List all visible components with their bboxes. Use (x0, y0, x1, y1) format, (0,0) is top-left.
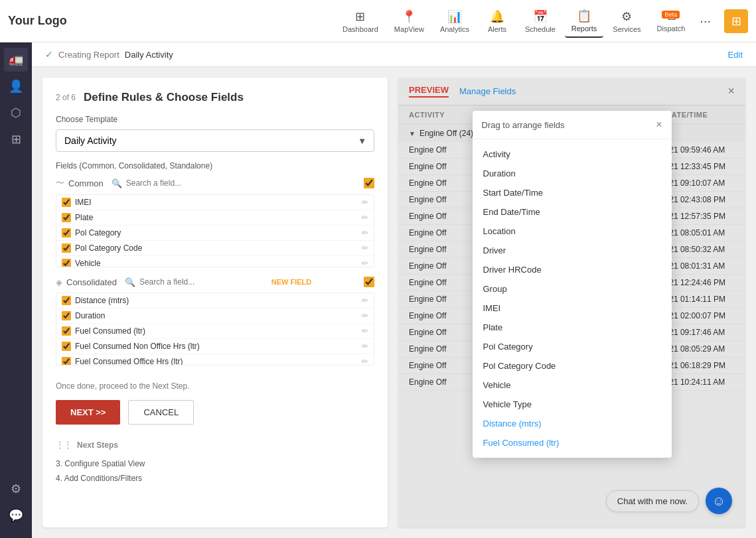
field-item-fuel-non-office: Fuel Consumed Non Office Hrs (ltr) ✏ (56, 339, 374, 354)
field-checkbox-pol-category-code[interactable] (62, 243, 71, 253)
choose-template-label: Choose Template (56, 115, 374, 124)
sidebar-item-chat[interactable]: 💬 (4, 504, 28, 527)
nav-label-dispatch: Dispatch (657, 25, 686, 33)
field-item-duration: Duration ✏ (56, 308, 374, 324)
nav-label-alerts: Alerts (488, 25, 506, 33)
field-edit-icon-fuel-office[interactable]: ✏ (362, 357, 368, 366)
cancel-button[interactable]: CANCEL (128, 400, 194, 425)
drag-field-pol-category[interactable]: Pol Category (473, 337, 672, 356)
dashboard-icon: ⊞ (355, 9, 365, 24)
field-edit-icon-imei[interactable]: ✏ (362, 198, 368, 207)
drag-field-vehicle[interactable]: Vehicle (473, 375, 672, 395)
field-label-fuel-non-office: Fuel Consumed Non Office Hrs (ltr) (75, 342, 200, 351)
drag-field-driver-hrcode[interactable]: Driver HRCode (473, 260, 672, 279)
sidebar-item-truck[interactable]: 🚛 (4, 48, 28, 72)
breadcrumb: ✓ Creating Report Daily Activity Edit (32, 42, 756, 67)
nav-item-dashboard[interactable]: ⊞ Dashboard (336, 5, 385, 37)
field-edit-icon-pol-category-code[interactable]: ✏ (362, 243, 368, 253)
logo: Your Logo (8, 14, 88, 28)
drag-field-plate[interactable]: Plate (473, 318, 672, 337)
field-checkbox-fuel-consumed[interactable] (62, 326, 71, 336)
drag-field-end-datetime[interactable]: End Date/Time (473, 202, 672, 222)
sidebar: 🚛 👤 ⬡ ⊞ ⚙ 💬 (0, 42, 32, 538)
common-fields-section: 〜 Common 🔍 IMEI ✏ (56, 177, 374, 267)
drag-field-distance[interactable]: Distance (mtrs) (473, 414, 672, 433)
drag-field-pol-category-code[interactable]: Pol Category Code (473, 356, 672, 375)
nav-item-alerts[interactable]: 🔔 Alerts (479, 5, 516, 37)
field-checkbox-plate[interactable] (62, 213, 71, 222)
field-edit-icon-vehicle[interactable]: ✏ (362, 259, 368, 267)
consolidated-search-input[interactable] (139, 277, 219, 287)
field-edit-icon-pol-category[interactable]: ✏ (362, 228, 368, 237)
nav-item-services[interactable]: ⚙ Services (606, 5, 647, 37)
nav-label-analytics: Analytics (440, 25, 469, 33)
field-item-fuel-consumed: Fuel Consumed (ltr) ✏ (56, 324, 374, 339)
sidebar-item-layers[interactable]: ⬡ (4, 101, 28, 125)
drag-field-fuel-non-office[interactable]: Fuel Consumed Non Office Hrs (ltr) (473, 452, 672, 458)
instruction-text: Once done, proceed to the Next Step. (56, 381, 374, 391)
drag-field-start-datetime[interactable]: Start Date/Time (473, 183, 672, 202)
field-checkbox-vehicle[interactable] (62, 259, 71, 267)
field-label-fuel-office: Fuel Consumed Office Hrs (ltr) (75, 357, 183, 366)
drag-field-activity[interactable]: Activity (473, 145, 672, 164)
field-edit-icon-fuel-non-office[interactable]: ✏ (362, 342, 368, 351)
field-checkbox-duration[interactable] (62, 311, 71, 320)
consolidated-section-checkbox[interactable] (364, 277, 374, 287)
nav-item-dispatch[interactable]: 🖥 Beta Dispatch (650, 5, 692, 36)
left-panel: 2 of 6 Define Rules & Choose Fields Choo… (42, 78, 388, 527)
nav-item-schedule[interactable]: 📅 Schedule (518, 5, 562, 37)
field-checkbox-fuel-non-office[interactable] (62, 342, 71, 351)
field-checkbox-pol-category[interactable] (62, 228, 71, 237)
field-checkbox-imei[interactable] (62, 198, 71, 207)
nav-app-button[interactable]: ⊞ (724, 9, 748, 33)
drag-field-group[interactable]: Group (473, 279, 672, 299)
field-label-vehicle: Vehicle (75, 259, 101, 267)
sidebar-item-settings[interactable]: ⚙ (4, 477, 28, 501)
field-edit-icon-fuel-consumed[interactable]: ✏ (362, 326, 368, 336)
drag-field-imei[interactable]: IMEI (473, 299, 672, 318)
top-navigation: Your Logo ⊞ Dashboard 📍 MapView 📊 Analyt… (0, 0, 756, 42)
next-steps-section: ⋮⋮ Next Steps 3. Configure Spatial View … (56, 440, 374, 486)
field-checkbox-fuel-office[interactable] (62, 357, 71, 366)
common-search-input[interactable] (126, 178, 206, 188)
drag-modal-close-icon[interactable]: × (656, 119, 662, 131)
new-field-button[interactable]: NEW FIELD (271, 278, 312, 286)
next-step-3: 3. Configure Spatial View (56, 456, 374, 471)
field-label-plate: Plate (75, 213, 93, 222)
nav-label-mapview: MapView (394, 25, 424, 33)
field-edit-icon-duration[interactable]: ✏ (362, 311, 368, 320)
consolidated-search-icon: 🔍 (125, 277, 135, 287)
sidebar-item-modules[interactable]: ⊞ (4, 127, 28, 151)
breadcrumb-edit-link[interactable]: Edit (728, 50, 743, 60)
field-edit-icon-plate[interactable]: ✏ (362, 213, 368, 222)
sidebar-item-user[interactable]: 👤 (4, 74, 28, 98)
field-label-pol-category: Pol Category (75, 228, 121, 237)
nav-item-reports[interactable]: 📋 Reports (565, 5, 604, 38)
nav-item-mapview[interactable]: 📍 MapView (388, 5, 431, 37)
next-step-4: 4. Add Conditions/Filters (56, 471, 374, 486)
field-checkbox-distance[interactable] (62, 296, 71, 305)
drag-modal-header: Drag to arrange fields × (473, 111, 672, 139)
field-label-pol-category-code: Pol Category Code (75, 243, 142, 253)
content-area: ✓ Creating Report Daily Activity Edit 2 … (32, 42, 756, 538)
field-label-duration: Duration (75, 311, 105, 320)
field-item-imei: IMEI ✏ (56, 195, 374, 210)
field-item-fuel-office: Fuel Consumed Office Hrs (ltr) ✏ (56, 354, 374, 366)
common-section-checkbox[interactable] (364, 178, 374, 188)
next-button[interactable]: NEXT >> (56, 400, 120, 425)
breadcrumb-check-icon: ✓ (45, 49, 53, 60)
template-select[interactable]: Daily Activity (56, 129, 374, 152)
drag-field-list: Activity Duration Start Date/Time End Da… (473, 139, 672, 458)
analytics-icon: 📊 (447, 9, 462, 24)
drag-field-driver[interactable]: Driver (473, 241, 672, 260)
nav-item-analytics[interactable]: 📊 Analytics (433, 5, 476, 37)
drag-field-location[interactable]: Location (473, 222, 672, 241)
nav-label-dashboard: Dashboard (342, 25, 378, 33)
field-edit-icon-distance[interactable]: ✏ (362, 296, 368, 305)
consolidated-fields-section: ◈ Consolidated 🔍 NEW FIELD Distance (mtr… (56, 277, 374, 366)
drag-field-vehicle-type[interactable]: Vehicle Type (473, 395, 672, 414)
drag-field-fuel-consumed[interactable]: Fuel Consumed (ltr) (473, 433, 672, 452)
drag-field-duration[interactable]: Duration (473, 164, 672, 183)
nav-more-icon[interactable]: ··· (694, 8, 716, 34)
next-steps-label: ⋮⋮ Next Steps (56, 440, 374, 450)
